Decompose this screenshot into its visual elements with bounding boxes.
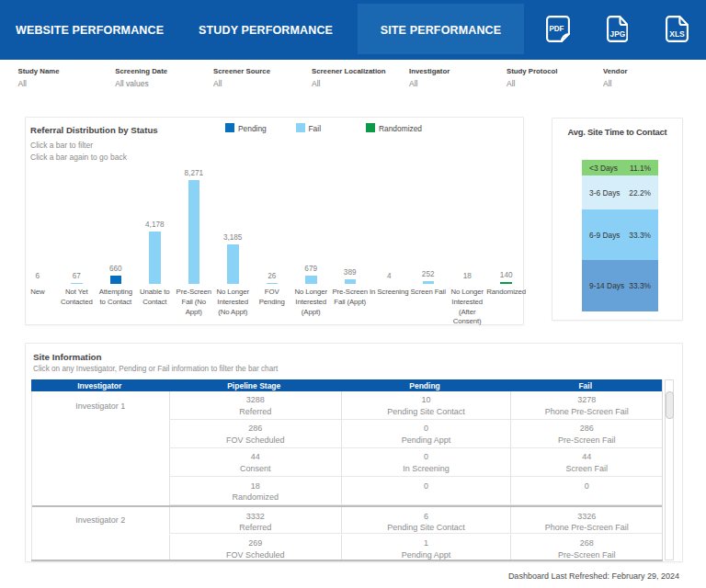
svg-text:XLS: XLS bbox=[669, 28, 685, 39]
svg-text:JPG: JPG bbox=[609, 28, 625, 39]
svg-text:PDF: PDF bbox=[550, 23, 564, 33]
